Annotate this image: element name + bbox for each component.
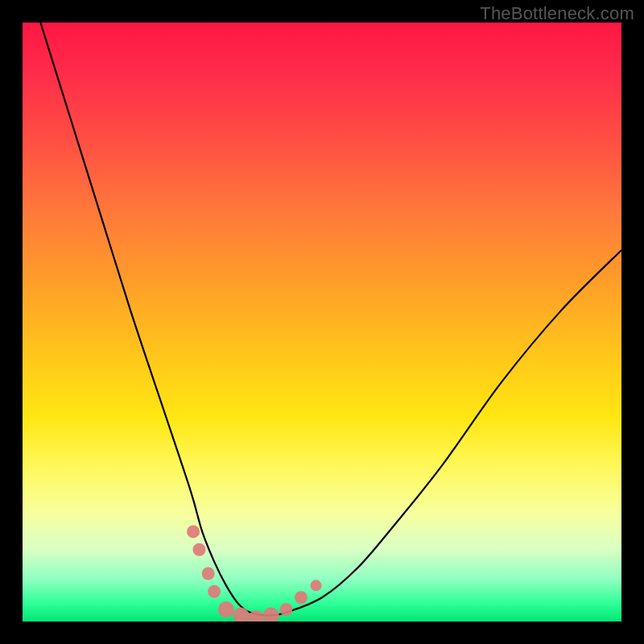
curve-marker xyxy=(279,603,292,616)
curve-marker xyxy=(187,525,200,538)
curve-marker xyxy=(311,580,322,591)
chart-plot-area xyxy=(23,23,621,621)
curve-marker xyxy=(233,608,250,621)
curve-marker xyxy=(192,543,205,556)
bottleneck-chart xyxy=(23,23,621,621)
curve-marker xyxy=(263,608,279,621)
curve-marker xyxy=(208,585,221,598)
bottleneck-curve-path xyxy=(40,23,621,616)
watermark-text: TheBottleneck.com xyxy=(480,3,634,24)
curve-marker xyxy=(202,567,215,580)
curve-marker xyxy=(295,591,308,604)
curve-marker xyxy=(218,601,234,617)
